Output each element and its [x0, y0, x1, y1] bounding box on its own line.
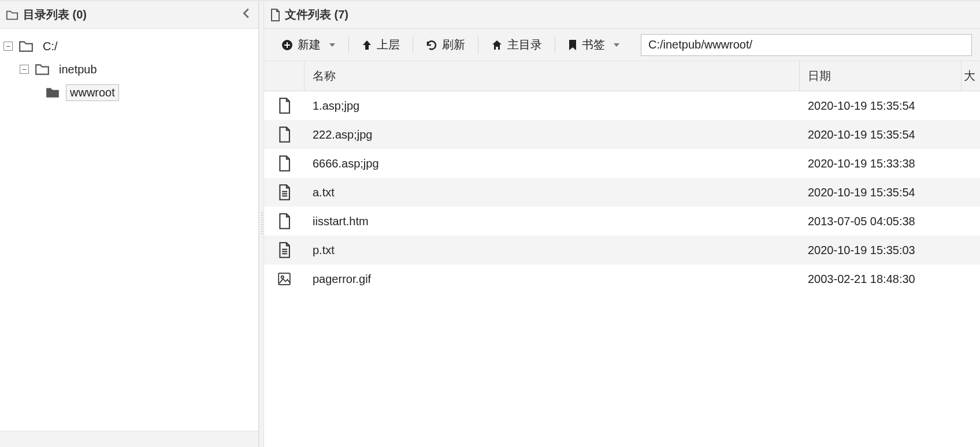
app-root: 目录列表 (0) − C:/	[0, 0, 980, 447]
folder-outline-icon	[35, 63, 50, 76]
file-file-icon	[264, 155, 305, 172]
panel-splitter[interactable]	[259, 1, 264, 447]
collapse-left-icon[interactable]	[240, 8, 253, 23]
file-date: 2020-10-19 15:35:54	[800, 186, 962, 199]
refresh-button[interactable]: 刷新	[417, 33, 474, 56]
tree-node-wwwroot[interactable]: wwwroot	[0, 81, 258, 104]
new-button-label: 新建	[298, 37, 321, 53]
tree-node-label: C:/	[39, 39, 61, 54]
caret-down-icon	[329, 43, 336, 47]
up-button-label: 上层	[377, 37, 400, 53]
toolbar-separator	[555, 36, 555, 54]
tree-node-label: inetpub	[55, 62, 101, 77]
path-input[interactable]	[641, 34, 972, 56]
file-name: 6666.asp;jpg	[305, 157, 800, 170]
tree-collapse-icon[interactable]: −	[3, 42, 13, 51]
directory-panel-header: 目录列表 (0)	[0, 1, 258, 29]
file-name: 222.asp;jpg	[305, 128, 800, 141]
tree-node-root[interactable]: − C:/	[0, 35, 258, 58]
home-button-label: 主目录	[507, 37, 542, 53]
file-date: 2020-10-19 15:33:38	[800, 157, 962, 170]
file-name: a.txt	[305, 186, 800, 199]
file-date: 2020-10-19 15:35:54	[800, 128, 962, 141]
bookmark-button-label: 书签	[582, 37, 605, 53]
directory-panel-footer	[0, 431, 258, 447]
plus-circle-icon	[281, 39, 293, 51]
tree-node-label: wwwroot	[66, 84, 119, 101]
refresh-button-label: 刷新	[442, 37, 465, 53]
file-file-icon	[264, 213, 305, 229]
home-button[interactable]: 主目录	[482, 33, 551, 56]
file-date: 2020-10-19 15:35:03	[800, 244, 962, 257]
file-icon	[270, 9, 280, 21]
file-name: iisstart.htm	[305, 215, 800, 228]
folder-outline-icon	[6, 9, 18, 21]
column-header-icon[interactable]	[264, 61, 305, 91]
file-name: pagerror.gif	[305, 273, 800, 286]
caret-down-icon	[613, 43, 620, 47]
text-file-icon	[264, 184, 305, 200]
bookmark-button[interactable]: 书签	[559, 33, 629, 56]
toolbar-separator	[348, 36, 349, 54]
home-icon	[491, 39, 503, 51]
file-row[interactable]: a.txt2020-10-19 15:35:54	[264, 178, 980, 207]
file-file-icon	[264, 126, 305, 143]
file-row[interactable]: pagerror.gif2003-02-21 18:48:30	[264, 265, 980, 293]
file-file-icon	[264, 98, 305, 114]
file-date: 2003-02-21 18:48:30	[800, 273, 962, 286]
column-header-size[interactable]: 大	[962, 61, 980, 91]
file-date: 2013-07-05 04:05:38	[800, 215, 962, 228]
directory-panel-title: 目录列表 (0)	[23, 7, 87, 23]
tree-node-inetpub[interactable]: − inetpub	[0, 58, 258, 81]
folder-solid-icon	[45, 86, 60, 99]
image-file-icon	[264, 271, 305, 287]
file-name: p.txt	[305, 244, 800, 257]
toolbar-separator	[478, 36, 478, 54]
file-panel-title: 文件列表 (7)	[285, 7, 348, 23]
file-name: 1.asp;jpg	[305, 99, 800, 113]
text-file-icon	[264, 242, 305, 258]
new-button[interactable]: 新建	[272, 33, 345, 56]
file-row[interactable]: p.txt2020-10-19 15:35:03	[264, 236, 980, 265]
arrow-up-icon	[362, 39, 372, 51]
file-row[interactable]: 222.asp;jpg2020-10-19 15:35:54	[264, 120, 980, 149]
file-grid-header: 名称 日期 大	[264, 61, 980, 91]
file-row[interactable]: iisstart.htm2013-07-05 04:05:38	[264, 207, 980, 236]
file-toolbar: 新建 上层 刷新	[264, 29, 980, 61]
file-grid-body: 1.asp;jpg2020-10-19 15:35:54222.asp;jpg2…	[264, 91, 980, 447]
file-panel-header: 文件列表 (7)	[264, 1, 980, 29]
column-header-name[interactable]: 名称	[305, 61, 800, 91]
directory-tree: − C:/ − inet	[0, 29, 258, 431]
column-header-date[interactable]: 日期	[800, 61, 962, 91]
refresh-icon	[426, 39, 437, 51]
svg-point-8	[281, 276, 284, 278]
file-date: 2020-10-19 15:35:54	[800, 99, 962, 113]
svg-rect-7	[279, 273, 290, 285]
bookmark-icon	[568, 39, 577, 51]
file-row[interactable]: 1.asp;jpg2020-10-19 15:35:54	[264, 91, 980, 120]
file-panel: 文件列表 (7) 新建 上层	[264, 1, 980, 447]
toolbar-separator	[413, 36, 413, 54]
up-button[interactable]: 上层	[352, 33, 409, 56]
tree-collapse-icon[interactable]: −	[20, 65, 29, 74]
folder-outline-icon	[18, 40, 34, 53]
file-row[interactable]: 6666.asp;jpg2020-10-19 15:33:38	[264, 149, 980, 178]
directory-panel: 目录列表 (0) − C:/	[0, 1, 259, 447]
